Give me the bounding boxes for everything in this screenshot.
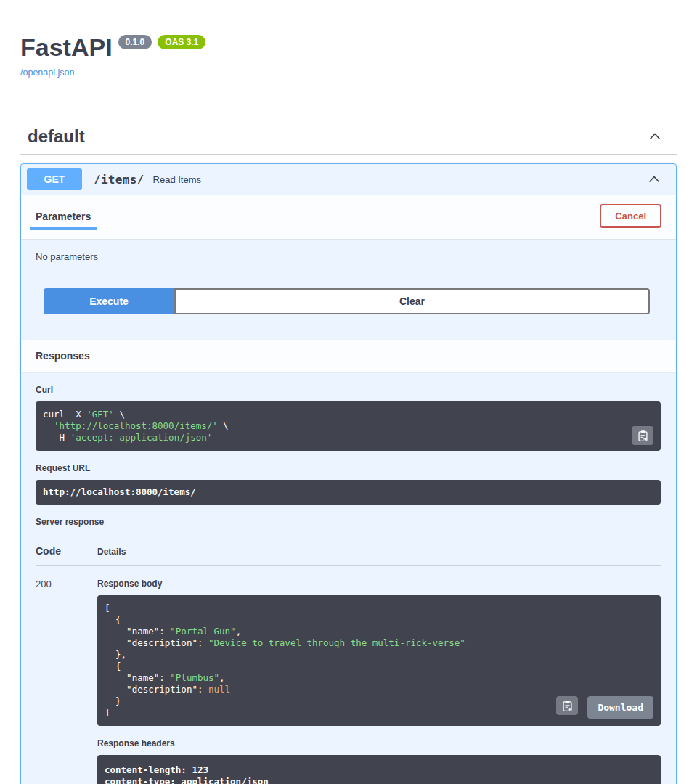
no-parameters-message: No parameters [21,239,676,262]
execute-button[interactable]: Execute [44,288,174,314]
opblock-get-items: GET /items/ Read Items Parameters Cancel… [20,163,677,784]
parameters-tab-label: Parameters [36,211,91,222]
request-url-value: http://localhost:8000/items/ [43,486,653,498]
curl-command-text: curl -X 'GET' \ 'http://localhost:8000/i… [43,409,653,444]
response-headers-block: content-length: 123content-type: applica… [97,755,661,784]
response-body-label: Response body [97,579,661,589]
tag-section-default: default GET /items/ Read Items Parameter… [20,121,677,784]
api-title: FastAPI [20,35,113,60]
clear-button[interactable]: Clear [174,288,650,314]
request-url-block: http://localhost:8000/items/ [36,480,661,505]
response-details: Response body [ { "name": "Portal Gun", … [97,579,661,784]
request-url-label: Request URL [36,463,661,473]
response-headers-label: Response headers [97,738,661,748]
responses-body: Curl curl -X 'GET' \ 'http://localhost:8… [21,372,676,784]
response-body-controls: Download [556,696,653,719]
version-badge: 0.1.0 [118,35,152,49]
code-column-header: Code [36,545,97,557]
api-title-row: FastAPI 0.1.0 OAS 3.1 [20,35,677,60]
status-code: 200 [36,579,97,784]
oas-badge: OAS 3.1 [158,35,205,49]
chevron-up-icon[interactable] [647,172,661,187]
responses-section-header: Responses [21,340,676,372]
parameters-section-header: Parameters Cancel [21,195,676,239]
operation-summary-text: Read Items [153,174,201,185]
chevron-up-icon[interactable] [648,129,662,144]
download-button[interactable]: Download [587,696,653,719]
tag-header-default[interactable]: default [20,121,677,155]
responses-section-title: Responses [36,350,90,362]
details-column-header: Details [97,547,661,557]
copy-to-clipboard-button[interactable] [556,696,578,715]
http-method-badge: GET [27,168,82,190]
operation-path: /items/ [94,173,144,187]
swagger-ui-page: FastAPI 0.1.0 OAS 3.1 /openapi.json defa… [0,0,697,784]
openapi-spec-link[interactable]: /openapi.json [20,68,74,78]
response-row-200: 200 Response body [ { "name": "Portal Gu… [36,566,661,784]
curl-command-block: curl -X 'GET' \ 'http://localhost:8000/i… [36,401,661,451]
api-info-header: FastAPI 0.1.0 OAS 3.1 /openapi.json [20,35,677,78]
cancel-button[interactable]: Cancel [600,204,661,228]
tab-parameters[interactable]: Parameters [36,211,91,222]
tag-name: default [28,126,85,147]
parameters-body: No parameters Execute Clear [21,239,676,340]
response-body-block: [ { "name": "Portal Gun", "description":… [97,595,661,726]
server-response-label: Server response [36,517,661,527]
curl-label: Curl [36,385,661,395]
response-table-header: Code Details [36,534,661,566]
operation-summary[interactable]: GET /items/ Read Items [21,164,676,195]
execute-wrapper: Execute Clear [21,262,676,340]
copy-to-clipboard-button[interactable] [632,426,653,445]
response-headers-text: content-length: 123content-type: applica… [105,764,653,784]
